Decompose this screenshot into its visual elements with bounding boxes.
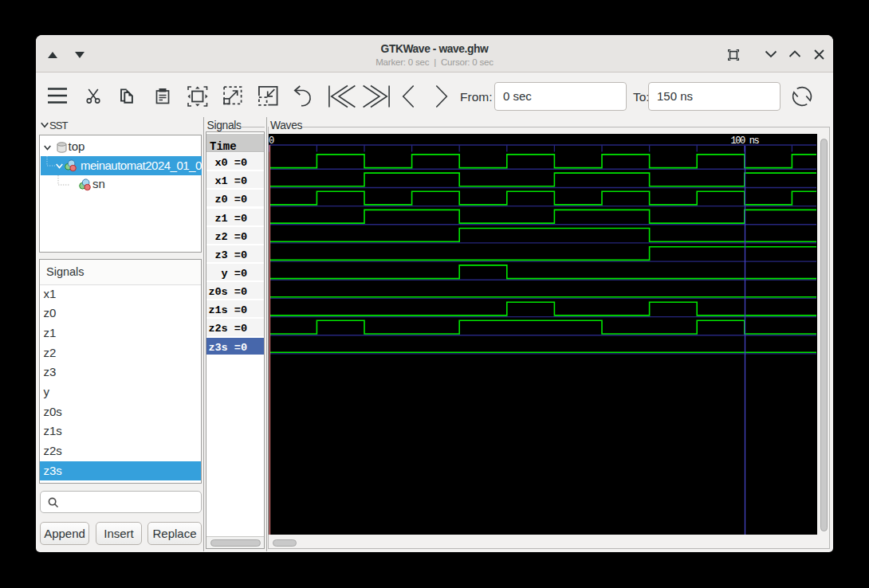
- svg-text:0: 0: [269, 135, 274, 147]
- svg-text:100 ns: 100 ns: [731, 135, 760, 147]
